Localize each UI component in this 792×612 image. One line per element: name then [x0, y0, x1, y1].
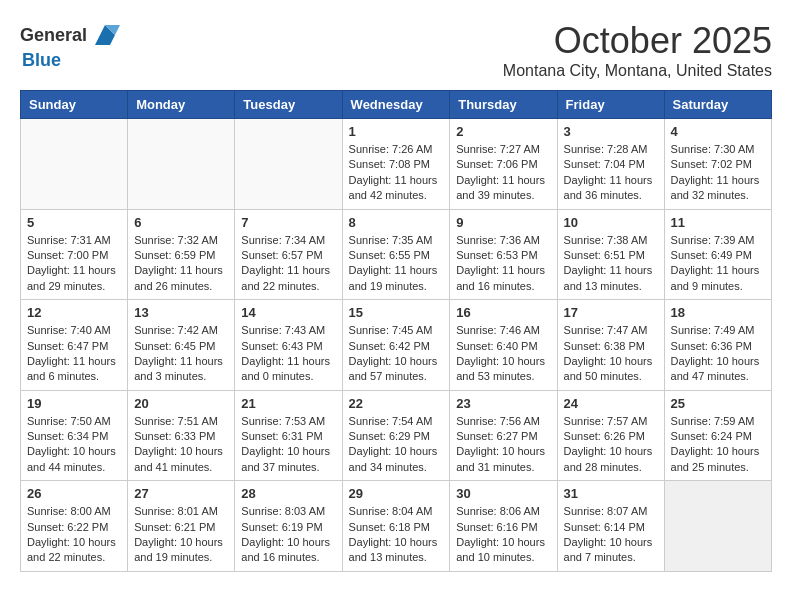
day-info: Sunrise: 7:31 AM Sunset: 7:00 PM Dayligh… — [27, 233, 121, 295]
day-number: 7 — [241, 215, 335, 230]
day-info: Sunrise: 7:39 AM Sunset: 6:49 PM Dayligh… — [671, 233, 765, 295]
day-info: Sunrise: 7:45 AM Sunset: 6:42 PM Dayligh… — [349, 323, 444, 385]
day-info: Sunrise: 8:04 AM Sunset: 6:18 PM Dayligh… — [349, 504, 444, 566]
calendar-cell: 31Sunrise: 8:07 AM Sunset: 6:14 PM Dayli… — [557, 481, 664, 572]
day-info: Sunrise: 7:28 AM Sunset: 7:04 PM Dayligh… — [564, 142, 658, 204]
page-header: General Blue October 2025 Montana City, … — [20, 20, 772, 80]
week-row-4: 19Sunrise: 7:50 AM Sunset: 6:34 PM Dayli… — [21, 390, 772, 481]
day-number: 10 — [564, 215, 658, 230]
calendar-cell: 27Sunrise: 8:01 AM Sunset: 6:21 PM Dayli… — [128, 481, 235, 572]
week-row-3: 12Sunrise: 7:40 AM Sunset: 6:47 PM Dayli… — [21, 300, 772, 391]
calendar-cell: 18Sunrise: 7:49 AM Sunset: 6:36 PM Dayli… — [664, 300, 771, 391]
week-row-5: 26Sunrise: 8:00 AM Sunset: 6:22 PM Dayli… — [21, 481, 772, 572]
calendar-cell: 14Sunrise: 7:43 AM Sunset: 6:43 PM Dayli… — [235, 300, 342, 391]
day-number: 12 — [27, 305, 121, 320]
calendar-cell: 20Sunrise: 7:51 AM Sunset: 6:33 PM Dayli… — [128, 390, 235, 481]
calendar-cell: 11Sunrise: 7:39 AM Sunset: 6:49 PM Dayli… — [664, 209, 771, 300]
day-info: Sunrise: 7:59 AM Sunset: 6:24 PM Dayligh… — [671, 414, 765, 476]
day-info: Sunrise: 7:30 AM Sunset: 7:02 PM Dayligh… — [671, 142, 765, 204]
day-number: 5 — [27, 215, 121, 230]
calendar-cell: 16Sunrise: 7:46 AM Sunset: 6:40 PM Dayli… — [450, 300, 557, 391]
day-number: 3 — [564, 124, 658, 139]
calendar-cell: 17Sunrise: 7:47 AM Sunset: 6:38 PM Dayli… — [557, 300, 664, 391]
weekday-header-tuesday: Tuesday — [235, 91, 342, 119]
calendar-cell: 7Sunrise: 7:34 AM Sunset: 6:57 PM Daylig… — [235, 209, 342, 300]
weekday-header-row: SundayMondayTuesdayWednesdayThursdayFrid… — [21, 91, 772, 119]
day-info: Sunrise: 8:06 AM Sunset: 6:16 PM Dayligh… — [456, 504, 550, 566]
day-number: 28 — [241, 486, 335, 501]
weekday-header-wednesday: Wednesday — [342, 91, 450, 119]
logo-blue-text: Blue — [22, 50, 61, 70]
day-info: Sunrise: 8:00 AM Sunset: 6:22 PM Dayligh… — [27, 504, 121, 566]
day-info: Sunrise: 7:26 AM Sunset: 7:08 PM Dayligh… — [349, 142, 444, 204]
day-number: 17 — [564, 305, 658, 320]
day-number: 8 — [349, 215, 444, 230]
calendar-cell: 19Sunrise: 7:50 AM Sunset: 6:34 PM Dayli… — [21, 390, 128, 481]
day-info: Sunrise: 7:50 AM Sunset: 6:34 PM Dayligh… — [27, 414, 121, 476]
day-info: Sunrise: 7:40 AM Sunset: 6:47 PM Dayligh… — [27, 323, 121, 385]
day-info: Sunrise: 7:36 AM Sunset: 6:53 PM Dayligh… — [456, 233, 550, 295]
weekday-header-thursday: Thursday — [450, 91, 557, 119]
day-number: 21 — [241, 396, 335, 411]
day-info: Sunrise: 7:51 AM Sunset: 6:33 PM Dayligh… — [134, 414, 228, 476]
day-number: 20 — [134, 396, 228, 411]
calendar-cell: 6Sunrise: 7:32 AM Sunset: 6:59 PM Daylig… — [128, 209, 235, 300]
day-number: 23 — [456, 396, 550, 411]
title-section: October 2025 Montana City, Montana, Unit… — [503, 20, 772, 80]
logo-icon — [90, 20, 120, 50]
calendar-cell — [664, 481, 771, 572]
day-info: Sunrise: 7:32 AM Sunset: 6:59 PM Dayligh… — [134, 233, 228, 295]
logo-general-text: General — [20, 25, 87, 46]
day-number: 14 — [241, 305, 335, 320]
day-number: 9 — [456, 215, 550, 230]
day-info: Sunrise: 8:01 AM Sunset: 6:21 PM Dayligh… — [134, 504, 228, 566]
calendar-cell: 1Sunrise: 7:26 AM Sunset: 7:08 PM Daylig… — [342, 119, 450, 210]
calendar-cell: 13Sunrise: 7:42 AM Sunset: 6:45 PM Dayli… — [128, 300, 235, 391]
weekday-header-sunday: Sunday — [21, 91, 128, 119]
calendar-cell: 26Sunrise: 8:00 AM Sunset: 6:22 PM Dayli… — [21, 481, 128, 572]
day-info: Sunrise: 7:56 AM Sunset: 6:27 PM Dayligh… — [456, 414, 550, 476]
day-number: 22 — [349, 396, 444, 411]
day-number: 2 — [456, 124, 550, 139]
day-info: Sunrise: 8:07 AM Sunset: 6:14 PM Dayligh… — [564, 504, 658, 566]
calendar-cell: 8Sunrise: 7:35 AM Sunset: 6:55 PM Daylig… — [342, 209, 450, 300]
day-info: Sunrise: 7:54 AM Sunset: 6:29 PM Dayligh… — [349, 414, 444, 476]
day-info: Sunrise: 7:43 AM Sunset: 6:43 PM Dayligh… — [241, 323, 335, 385]
calendar-cell: 10Sunrise: 7:38 AM Sunset: 6:51 PM Dayli… — [557, 209, 664, 300]
day-info: Sunrise: 7:35 AM Sunset: 6:55 PM Dayligh… — [349, 233, 444, 295]
calendar-cell: 30Sunrise: 8:06 AM Sunset: 6:16 PM Dayli… — [450, 481, 557, 572]
day-info: Sunrise: 7:57 AM Sunset: 6:26 PM Dayligh… — [564, 414, 658, 476]
day-info: Sunrise: 7:53 AM Sunset: 6:31 PM Dayligh… — [241, 414, 335, 476]
weekday-header-friday: Friday — [557, 91, 664, 119]
day-number: 11 — [671, 215, 765, 230]
calendar-cell: 23Sunrise: 7:56 AM Sunset: 6:27 PM Dayli… — [450, 390, 557, 481]
day-number: 15 — [349, 305, 444, 320]
day-info: Sunrise: 7:49 AM Sunset: 6:36 PM Dayligh… — [671, 323, 765, 385]
calendar-cell: 28Sunrise: 8:03 AM Sunset: 6:19 PM Dayli… — [235, 481, 342, 572]
month-title: October 2025 — [503, 20, 772, 62]
day-info: Sunrise: 7:47 AM Sunset: 6:38 PM Dayligh… — [564, 323, 658, 385]
calendar-cell: 25Sunrise: 7:59 AM Sunset: 6:24 PM Dayli… — [664, 390, 771, 481]
calendar-cell: 29Sunrise: 8:04 AM Sunset: 6:18 PM Dayli… — [342, 481, 450, 572]
weekday-header-saturday: Saturday — [664, 91, 771, 119]
day-number: 4 — [671, 124, 765, 139]
calendar-cell: 21Sunrise: 7:53 AM Sunset: 6:31 PM Dayli… — [235, 390, 342, 481]
location-title: Montana City, Montana, United States — [503, 62, 772, 80]
calendar-cell — [21, 119, 128, 210]
day-info: Sunrise: 7:38 AM Sunset: 6:51 PM Dayligh… — [564, 233, 658, 295]
calendar-cell — [235, 119, 342, 210]
day-number: 13 — [134, 305, 228, 320]
weekday-header-monday: Monday — [128, 91, 235, 119]
day-number: 27 — [134, 486, 228, 501]
calendar-cell — [128, 119, 235, 210]
calendar-cell: 9Sunrise: 7:36 AM Sunset: 6:53 PM Daylig… — [450, 209, 557, 300]
calendar-cell: 2Sunrise: 7:27 AM Sunset: 7:06 PM Daylig… — [450, 119, 557, 210]
calendar-cell: 3Sunrise: 7:28 AM Sunset: 7:04 PM Daylig… — [557, 119, 664, 210]
calendar-table: SundayMondayTuesdayWednesdayThursdayFrid… — [20, 90, 772, 572]
calendar-cell: 15Sunrise: 7:45 AM Sunset: 6:42 PM Dayli… — [342, 300, 450, 391]
day-number: 6 — [134, 215, 228, 230]
week-row-1: 1Sunrise: 7:26 AM Sunset: 7:08 PM Daylig… — [21, 119, 772, 210]
calendar-cell: 24Sunrise: 7:57 AM Sunset: 6:26 PM Dayli… — [557, 390, 664, 481]
day-number: 26 — [27, 486, 121, 501]
week-row-2: 5Sunrise: 7:31 AM Sunset: 7:00 PM Daylig… — [21, 209, 772, 300]
